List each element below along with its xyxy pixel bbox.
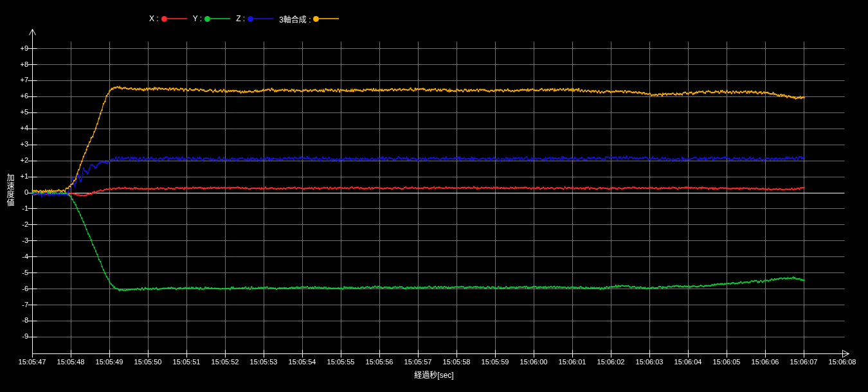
legend-line-y-icon [210,18,230,19]
x-tick-label: 15:05:59 [482,358,509,366]
x-tick-label: 15:05:52 [212,358,239,366]
legend-marker-x-icon [161,16,167,22]
x-tick-label: 15:06:05 [713,358,741,366]
y-tick-label: -9 [0,332,28,341]
y-tick-label: +1 [0,172,28,181]
legend-line-z-icon [253,18,273,19]
y-tick-label: -1 [0,204,28,213]
x-tick-label: 15:05:51 [173,358,201,366]
y-tick-label: -2 [0,220,28,229]
legend-label-x: X : [149,14,159,23]
legend-label-z: Z : [236,14,245,23]
x-tick-label: 15:06:03 [636,358,664,366]
x-tick-label: 15:06:04 [674,358,702,366]
accelerometer-chart-page: X : Y : Z : 3軸合成 : 加速度値 経過秒[sec] +9+8+7+… [0,0,868,392]
legend-line-composite-icon [319,18,339,19]
x-tick-label: 15:05:58 [443,358,471,366]
x-tick-label: 15:05:57 [404,358,432,366]
x-tick-label: 15:05:47 [19,358,46,366]
legend-item-composite: 3軸合成 : [279,13,339,24]
x-axis-title: 経過秒[sec] [0,369,868,380]
y-tick-label: -5 [0,269,28,277]
legend-marker-y-icon [204,16,210,22]
y-tick-label: +8 [0,60,28,69]
y-tick-label: -3 [0,236,28,245]
y-tick-label: 0 [0,188,28,197]
legend-item-z: Z : [236,14,273,23]
x-tick-label: 15:06:07 [790,358,818,366]
y-tick-label: +4 [0,124,28,132]
legend-marker-composite-icon [313,16,319,22]
y-tick-label: -8 [0,316,28,325]
y-tick-label: +5 [0,108,28,116]
x-tick-label: 15:05:53 [250,358,278,366]
x-tick-label: 15:06:02 [597,358,625,366]
x-tick-label: 15:06:01 [559,358,586,366]
y-tick-label: +2 [0,156,28,165]
y-tick-label: +9 [0,44,28,53]
chart-plot-canvas [0,0,868,392]
chart-legend: X : Y : Z : 3軸合成 : [149,13,345,24]
x-tick-label: 15:05:56 [366,358,393,366]
y-tick-label: +7 [0,76,28,84]
legend-label-composite: 3軸合成 : [279,13,311,24]
legend-marker-z-icon [248,16,253,22]
y-tick-label: -6 [0,285,28,293]
legend-item-y: Y : [193,14,230,23]
y-tick-label: +6 [0,92,28,100]
legend-line-x-icon [167,18,187,19]
x-tick-label: 15:05:49 [96,358,123,366]
x-tick-label: 15:06:08 [829,358,856,366]
x-tick-label: 15:05:50 [134,358,162,366]
x-tick-label: 15:06:00 [520,358,548,366]
legend-label-y: Y : [193,14,202,23]
y-tick-label: -4 [0,253,28,261]
x-tick-label: 15:05:48 [57,358,85,366]
legend-item-x: X : [149,14,187,23]
x-tick-label: 15:05:54 [289,358,316,366]
x-tick-label: 15:05:55 [327,358,355,366]
x-tick-label: 15:06:06 [752,358,779,366]
y-tick-label: +3 [0,140,28,148]
y-tick-label: -7 [0,301,28,309]
